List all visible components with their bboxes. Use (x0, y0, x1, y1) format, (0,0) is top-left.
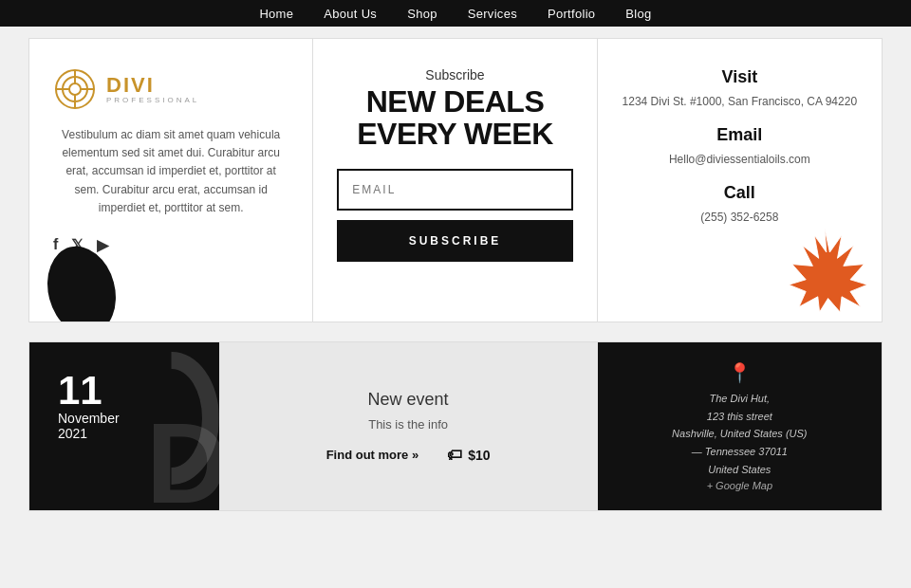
main-nav: Home About Us Shop Services Portfolio Bl… (0, 0, 911, 27)
event-subtitle: This is the info (368, 417, 448, 432)
footer-bottom-section: 11 November 2021 D New event This is the… (28, 341, 883, 511)
divi-logo-icon (53, 67, 97, 111)
location-pin-icon: 📍 (728, 361, 752, 384)
email-address: Hello@diviessentialoils.com (669, 151, 810, 168)
find-out-more-link[interactable]: Find out more » (326, 448, 419, 462)
logo-divi-text: DIVI (106, 75, 199, 96)
footer-top-section: DIVI PROFESSIONAL Vestibulum ac diam sit… (28, 38, 883, 322)
event-month: November (58, 411, 200, 426)
nav-services[interactable]: Services (468, 7, 517, 21)
price-label: $10 (468, 448, 490, 463)
nav-home[interactable]: Home (259, 7, 293, 21)
email-input[interactable] (337, 169, 572, 211)
visit-address: 1234 Divi St. #1000, San Francisco, CA 9… (623, 93, 857, 110)
nav-portfolio[interactable]: Portfolio (548, 7, 595, 21)
event-link-row: Find out more » 🏷 $10 (326, 447, 491, 464)
page-wrapper: DIVI PROFESSIONAL Vestibulum ac diam sit… (0, 27, 911, 523)
visit-heading: Visit (721, 67, 757, 87)
event-info-col: New event This is the info Find out more… (219, 342, 598, 510)
starburst-decoration (782, 227, 867, 312)
event-date-col: 11 November 2021 D (29, 342, 219, 510)
event-day: 11 (58, 371, 200, 411)
subscribe-headline: NEW DEALS EVERY WEEK (357, 86, 553, 150)
logo-text: DIVI PROFESSIONAL (106, 75, 199, 104)
youtube-icon[interactable]: ▶ (97, 236, 108, 254)
footer-description: Vestibulum ac diam sit amet quam vehicul… (53, 126, 288, 217)
call-heading: Call (724, 183, 755, 203)
nav-shop[interactable]: Shop (407, 7, 437, 21)
phone-number: (255) 352-6258 (700, 209, 778, 226)
svg-marker-7 (789, 229, 867, 312)
event-title: New event (368, 390, 449, 410)
footer-middle-col: Subscribe NEW DEALS EVERY WEEK SUBSCRIBE (313, 39, 597, 322)
footer-left-col: DIVI PROFESSIONAL Vestibulum ac diam sit… (29, 39, 313, 322)
event-location-col: 📍 The Divi Hut, 123 this street Nashvill… (598, 342, 882, 510)
nav-blog[interactable]: Blog (625, 7, 651, 21)
logo-area: DIVI PROFESSIONAL (53, 67, 288, 111)
headline-line2: EVERY WEEK (357, 117, 553, 151)
event-year: 2021 (58, 426, 200, 441)
location-street: 123 this street (707, 411, 772, 422)
location-name: The Divi Hut, (710, 393, 771, 404)
location-country: United States (708, 464, 771, 475)
location-text: The Divi Hut, 123 this street Nashville,… (672, 390, 807, 478)
event-price: 🏷 $10 (447, 447, 490, 464)
facebook-icon[interactable]: f (53, 236, 58, 254)
email-heading: Email (716, 125, 762, 145)
event-row: 11 November 2021 D New event This is the… (29, 342, 882, 510)
footer-right-col: Visit 1234 Divi St. #1000, San Francisco… (598, 39, 882, 322)
logo-professional-text: PROFESSIONAL (106, 96, 199, 104)
nav-about[interactable]: About Us (324, 7, 377, 21)
headline-line1: NEW DEALS (366, 84, 545, 119)
location-state: — Tennessee 37011 (692, 446, 788, 457)
ticket-icon: 🏷 (447, 447, 462, 464)
subscribe-button[interactable]: SUBSCRIBE (337, 220, 572, 262)
google-map-link[interactable]: + Google Map (707, 480, 772, 491)
subscribe-label: Subscribe (425, 67, 484, 83)
svg-point-2 (69, 83, 81, 95)
location-city: Nashville, United States (US) (672, 428, 807, 439)
